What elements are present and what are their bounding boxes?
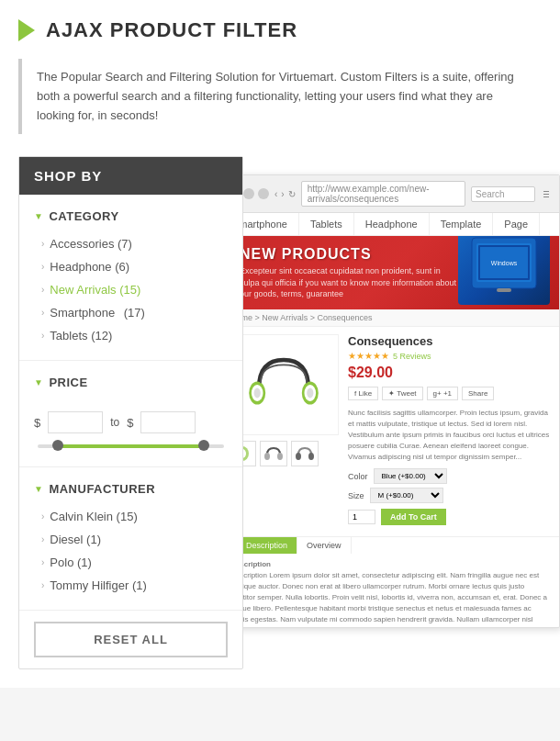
svg-point-16 — [296, 453, 301, 460]
item-arrow-icon: › — [41, 262, 44, 272]
main-content: SHOP BY ▼ CATEGORY › Accessories (7) › H… — [18, 156, 542, 669]
product-info: Consequences ★★★★★ 5 Reviews $29.00 f Li… — [348, 334, 552, 525]
price-slider-right-thumb[interactable] — [198, 440, 209, 451]
item-label: Accessories (7) — [50, 237, 132, 251]
price-from-symbol: $ — [34, 416, 40, 430]
item-arrow-icon: › — [41, 239, 44, 249]
facebook-btn[interactable]: f Like — [348, 387, 378, 400]
reviews-link[interactable]: 5 Reviews — [393, 352, 431, 361]
item-arrow-icon: › — [41, 557, 44, 567]
list-item[interactable]: › Tommy Hilfiger (1) — [19, 574, 242, 597]
price-range-inputs: $ to $ — [34, 411, 228, 433]
category-section: ▼ CATEGORY › Accessories (7) › Headphone… — [19, 195, 242, 361]
page-description: The Popular Search and Filtering Solutio… — [18, 59, 542, 134]
stars: ★★★★★ — [348, 351, 389, 361]
browser-forward-icon[interactable]: › — [281, 189, 284, 199]
main-product-image — [229, 334, 339, 435]
list-item[interactable]: › Tablets (12) — [19, 324, 242, 347]
browser-maximize-btn[interactable] — [258, 188, 269, 199]
nav-item-page[interactable]: Page — [493, 213, 540, 235]
color-select[interactable]: Blue (+$0.00) — [374, 468, 447, 484]
price-to-input[interactable] — [140, 411, 196, 433]
item-arrow-icon: › — [41, 534, 44, 545]
manufacturer-section: ▼ MANUFACTURER › Calvin Klein (15) › Die… — [19, 467, 242, 611]
product-thumbnails — [229, 441, 339, 466]
price-slider[interactable] — [38, 444, 224, 448]
quantity-input[interactable] — [348, 510, 375, 524]
price-slider-fill — [56, 444, 205, 448]
banner-subtitle: Excepteur sint occaecat cupidatat non pr… — [240, 265, 541, 300]
shop-by-label: SHOP BY — [34, 168, 102, 184]
item-arrow-icon: › — [41, 580, 44, 590]
browser-search-placeholder: Search — [476, 189, 505, 199]
browser-address-bar[interactable]: http://www.example.com/new-arrivals/cons… — [301, 181, 465, 207]
reset-all-button[interactable]: RESET ALL — [34, 622, 228, 657]
breadcrumb-text: Home > New Arrivals > Consequences — [230, 313, 373, 322]
list-item[interactable]: › Headphone (6) — [19, 255, 242, 278]
category-list: › Accessories (7) › Headphone (6) › New … — [19, 229, 242, 351]
item-label: Diesel (1) — [50, 533, 101, 546]
list-item[interactable]: › Calvin Klein (15) — [19, 505, 242, 528]
manufacturer-title[interactable]: ▼ MANUFACTURER — [19, 477, 242, 501]
category-label: CATEGORY — [49, 209, 118, 223]
share-btn[interactable]: Share — [462, 387, 494, 400]
item-label: Tablets (12) — [50, 329, 112, 342]
svg-point-17 — [308, 453, 314, 460]
list-item[interactable]: › Smartphone (17) — [19, 301, 242, 324]
size-option-label: Size — [348, 491, 364, 500]
item-count: (17) — [120, 306, 145, 320]
headphone-illustration — [242, 343, 325, 426]
page-title: AJAX PRODUCT FILTER — [46, 18, 297, 42]
item-label: Tommy Hilfiger (1) — [50, 578, 146, 592]
social-buttons: f Like ✦ Tweet g+ +1 Share — [348, 387, 552, 400]
price-label: PRICE — [49, 376, 87, 389]
product-detail: Consequences ★★★★★ 5 Reviews $29.00 f Li… — [221, 327, 559, 533]
browser-minimize-btn[interactable] — [243, 188, 254, 199]
tab-overview[interactable]: Overview — [297, 537, 352, 554]
product-reviews: ★★★★★ 5 Reviews — [348, 351, 552, 361]
page-header: AJAX PRODUCT FILTER — [18, 18, 542, 42]
product-name: Consequences — [348, 334, 552, 348]
product-options: Color Blue (+$0.00) Size M (+$0.00) — [348, 468, 552, 503]
item-label: Headphone (6) — [50, 260, 129, 274]
price-title[interactable]: ▼ PRICE — [19, 370, 242, 395]
thumbnail-3[interactable] — [291, 441, 319, 466]
size-select[interactable]: M (+$0.00) — [370, 488, 443, 503]
list-item[interactable]: › Diesel (1) — [19, 528, 242, 551]
description-body: Description Lorem ipsum dolor sit amet, … — [230, 571, 550, 627]
browser-url: http://www.example.com/new-arrivals/cons… — [308, 184, 430, 204]
item-label: New Arrivals (15) — [50, 283, 140, 297]
size-option-row: Size M (+$0.00) — [348, 488, 552, 503]
nav-item-template[interactable]: Template — [430, 213, 494, 235]
add-to-cart-button[interactable]: Add To Cart — [381, 509, 446, 525]
manufacturer-list: › Calvin Klein (15) › Diesel (1) › Polo … — [19, 501, 242, 601]
browser-menu-icon[interactable] — [541, 187, 552, 201]
product-short-desc: Nunc facilisis sagittis ullamcorper. Pro… — [348, 408, 552, 463]
browser-back-icon[interactable]: ‹ — [274, 189, 277, 199]
price-slider-left-thumb[interactable] — [52, 440, 63, 451]
item-label: Smartphone — [50, 306, 115, 320]
list-item[interactable]: › Polo (1) — [19, 551, 242, 574]
browser-search-box[interactable]: Search — [471, 186, 535, 202]
item-arrow-icon: › — [41, 331, 44, 341]
browser-refresh-icon[interactable]: ↻ — [288, 189, 296, 199]
svg-point-11 — [307, 388, 313, 399]
nav-item-headphone[interactable]: Headphone — [354, 213, 430, 235]
price-section: ▼ PRICE $ to $ — [19, 361, 242, 467]
twitter-btn[interactable]: ✦ Tweet — [382, 387, 422, 400]
svg-point-15 — [277, 453, 283, 460]
product-image-area — [229, 334, 339, 525]
price-from-input[interactable] — [48, 411, 103, 433]
shop-by-header: SHOP BY — [19, 157, 242, 195]
svg-point-14 — [264, 453, 270, 460]
list-item[interactable]: › New Arrivals (15) — [19, 278, 242, 301]
gplus-btn[interactable]: g+ +1 — [427, 387, 458, 400]
nav-item-tablets[interactable]: Tablets — [299, 213, 354, 235]
list-item[interactable]: › Accessories (7) — [19, 232, 242, 255]
page-wrapper: AJAX PRODUCT FILTER The Popular Search a… — [0, 0, 560, 688]
thumbnail-2[interactable] — [260, 441, 287, 466]
menu-line — [543, 196, 549, 197]
description-content: Description Description Lorem ipsum dolo… — [221, 554, 559, 627]
item-arrow-icon: › — [41, 308, 44, 318]
category-title[interactable]: ▼ CATEGORY — [19, 204, 242, 229]
